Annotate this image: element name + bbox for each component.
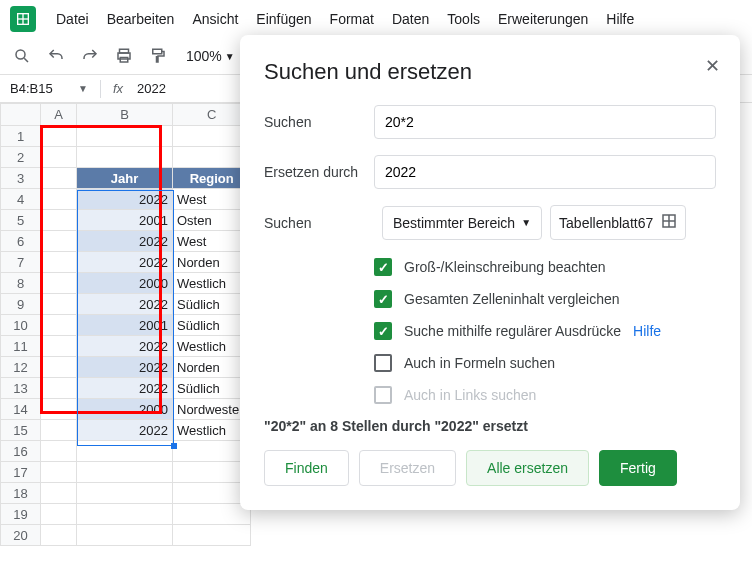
menu-item-ansicht[interactable]: Ansicht (184, 7, 246, 31)
row-header[interactable]: 5 (1, 210, 41, 231)
col-header-B[interactable]: B (77, 104, 173, 126)
row-header[interactable]: 2 (1, 147, 41, 168)
cell[interactable] (41, 231, 77, 252)
cell[interactable] (77, 504, 173, 525)
in-formulas-checkbox[interactable] (374, 354, 392, 372)
cell[interactable] (41, 252, 77, 273)
row-header[interactable]: 20 (1, 525, 41, 546)
row-header[interactable]: 3 (1, 168, 41, 189)
cell[interactable] (173, 525, 251, 546)
cell[interactable] (77, 147, 173, 168)
close-icon[interactable]: ✕ (705, 55, 720, 77)
cell[interactable] (41, 210, 77, 231)
cell[interactable] (77, 126, 173, 147)
cell[interactable] (41, 336, 77, 357)
menu-item-einfügen[interactable]: Einfügen (248, 7, 319, 31)
cell-year[interactable]: 2022 (77, 420, 173, 441)
cell[interactable] (41, 315, 77, 336)
spreadsheet-grid[interactable]: ABC 123JahrRegion42022West52001Osten6202… (0, 103, 251, 546)
cell-year[interactable]: 2022 (77, 336, 173, 357)
cell[interactable] (41, 126, 77, 147)
zoom-dropdown[interactable]: 100%▼ (180, 46, 241, 66)
replace-button[interactable]: Ersetzen (359, 450, 456, 486)
cell[interactable] (41, 147, 77, 168)
sheets-logo[interactable] (10, 6, 36, 32)
cell[interactable] (41, 399, 77, 420)
menu-item-hilfe[interactable]: Hilfe (598, 7, 642, 31)
row-header[interactable]: 6 (1, 231, 41, 252)
cell-year[interactable]: 2000 (77, 273, 173, 294)
row-header[interactable]: 15 (1, 420, 41, 441)
cell[interactable] (77, 483, 173, 504)
row-header[interactable]: 14 (1, 399, 41, 420)
search-icon[interactable] (10, 44, 34, 68)
cell[interactable] (41, 273, 77, 294)
redo-icon[interactable] (78, 44, 102, 68)
row-header[interactable]: 7 (1, 252, 41, 273)
cell[interactable] (41, 504, 77, 525)
name-box[interactable]: B4:B15 (10, 81, 70, 96)
row-header[interactable]: 9 (1, 294, 41, 315)
name-box-dropdown-icon[interactable]: ▼ (78, 83, 88, 94)
formula-value[interactable]: 2022 (137, 81, 166, 96)
entire-cell-checkbox[interactable] (374, 290, 392, 308)
cell[interactable] (77, 441, 173, 462)
regex-help-link[interactable]: Hilfe (633, 323, 661, 339)
row-header[interactable]: 19 (1, 504, 41, 525)
cell-year[interactable]: 2001 (77, 210, 173, 231)
menu-item-erweiterungen[interactable]: Erweiterungen (490, 7, 596, 31)
cell-year[interactable]: 2022 (77, 189, 173, 210)
select-all-corner[interactable] (1, 104, 41, 126)
row-header[interactable]: 11 (1, 336, 41, 357)
col-header-A[interactable]: A (41, 104, 77, 126)
cell[interactable] (41, 357, 77, 378)
search-input[interactable] (374, 105, 716, 139)
row-header[interactable]: 8 (1, 273, 41, 294)
cell[interactable] (41, 378, 77, 399)
cell[interactable] (41, 462, 77, 483)
done-button[interactable]: Fertig (599, 450, 677, 486)
cell-year[interactable]: 2000 (77, 399, 173, 420)
cell[interactable] (41, 168, 77, 189)
cell[interactable] (41, 441, 77, 462)
menu-item-bearbeiten[interactable]: Bearbeiten (99, 7, 183, 31)
undo-icon[interactable] (44, 44, 68, 68)
scope-dropdown[interactable]: Bestimmter Bereich ▼ (382, 206, 542, 240)
cell[interactable] (77, 462, 173, 483)
row-header[interactable]: 10 (1, 315, 41, 336)
cell[interactable] (173, 504, 251, 525)
menu-item-daten[interactable]: Daten (384, 7, 437, 31)
menu-item-format[interactable]: Format (322, 7, 382, 31)
cell-year[interactable]: 2022 (77, 252, 173, 273)
cell[interactable] (41, 525, 77, 546)
regex-checkbox[interactable] (374, 322, 392, 340)
row-header[interactable]: 17 (1, 462, 41, 483)
cell[interactable] (41, 483, 77, 504)
cell-year[interactable]: 2001 (77, 315, 173, 336)
header-jahr[interactable]: Jahr (77, 168, 173, 189)
cell[interactable] (41, 189, 77, 210)
cell[interactable] (41, 420, 77, 441)
menu-item-tools[interactable]: Tools (439, 7, 488, 31)
row-header[interactable]: 1 (1, 126, 41, 147)
row-header[interactable]: 16 (1, 441, 41, 462)
cell-year[interactable]: 2022 (77, 378, 173, 399)
menu-item-datei[interactable]: Datei (48, 7, 97, 31)
selection-handle[interactable] (171, 443, 177, 449)
cell-year[interactable]: 2022 (77, 231, 173, 252)
row-header[interactable]: 12 (1, 357, 41, 378)
row-header[interactable]: 18 (1, 483, 41, 504)
cell-year[interactable]: 2022 (77, 357, 173, 378)
row-header[interactable]: 13 (1, 378, 41, 399)
find-button[interactable]: Finden (264, 450, 349, 486)
cell[interactable] (41, 294, 77, 315)
row-header[interactable]: 4 (1, 189, 41, 210)
print-icon[interactable] (112, 44, 136, 68)
replace-input[interactable] (374, 155, 716, 189)
paint-format-icon[interactable] (146, 44, 170, 68)
cell-year[interactable]: 2022 (77, 294, 173, 315)
cell[interactable] (77, 525, 173, 546)
replace-all-button[interactable]: Alle ersetzen (466, 450, 589, 486)
match-case-checkbox[interactable] (374, 258, 392, 276)
range-selector[interactable]: Tabellenblatt67 (550, 205, 686, 240)
